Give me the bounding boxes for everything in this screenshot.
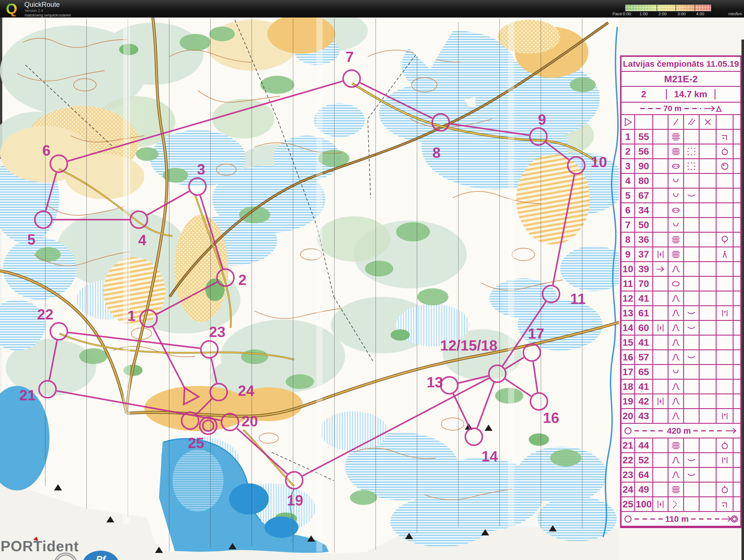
cell-h xyxy=(734,321,740,335)
cell-c xyxy=(653,145,668,158)
cell-d xyxy=(668,321,684,335)
control-number: 21 xyxy=(622,438,635,452)
cell-e xyxy=(684,218,700,232)
contours-icon xyxy=(671,147,681,157)
pace-tick xyxy=(657,5,657,11)
climb-value: 70 m xyxy=(663,104,681,113)
pace-tick xyxy=(713,5,714,11)
cell-e xyxy=(684,277,700,291)
pace-gradient-bar[interactable] xyxy=(625,4,711,11)
cell-f xyxy=(700,203,716,217)
cell-h xyxy=(734,453,740,467)
circle-tick-top-icon xyxy=(720,440,730,451)
cell-c xyxy=(653,262,668,276)
cell-g xyxy=(716,306,734,320)
u-open-top-icon xyxy=(671,176,681,186)
cell-g xyxy=(716,233,734,246)
cell-d xyxy=(668,174,684,188)
card-row xyxy=(622,115,740,130)
cell-d xyxy=(668,350,684,364)
between-lines-icon xyxy=(656,499,666,509)
dotted-curve-icon xyxy=(671,499,681,509)
card-row: 1241 xyxy=(622,291,740,306)
control-number: 4 xyxy=(622,174,635,188)
control-code: 41 xyxy=(635,379,653,394)
cell-f xyxy=(700,233,716,246)
cell-f xyxy=(700,321,716,335)
cell-h xyxy=(734,203,740,217)
circle-tick-bottom-icon xyxy=(720,235,730,245)
cell-f xyxy=(700,306,716,320)
cell-e xyxy=(684,233,700,246)
cell-e xyxy=(684,145,700,158)
card-row: 750 xyxy=(622,218,740,233)
cell-h xyxy=(734,438,740,452)
control-label: 19 xyxy=(287,492,303,509)
control-label: 21 xyxy=(19,387,36,403)
cell-g xyxy=(716,115,734,129)
cell-f xyxy=(700,145,716,158)
control-number: 12 xyxy=(622,291,635,305)
quickroute-logo-icon: Q xyxy=(4,1,19,16)
arrow-to-start-icon xyxy=(704,104,722,113)
cell-g xyxy=(716,247,734,261)
pace-legend: Pace min/km 0:001:002:003:004:00 xyxy=(612,0,729,17)
control-description-card[interactable]: Latvijas čempionāts 11.05.19 M21E-2 2 14… xyxy=(620,55,742,528)
pace-tick-label: 3:00 xyxy=(677,11,685,16)
circle-tick-top-icon xyxy=(720,147,730,157)
shallow-curve-icon xyxy=(686,308,697,318)
cell-d xyxy=(668,291,684,305)
cell-h xyxy=(734,394,740,408)
cell-d xyxy=(668,277,684,291)
oval-slashes-icon xyxy=(671,161,681,171)
cell-c xyxy=(653,379,668,394)
cell-h xyxy=(734,365,740,379)
cell-f xyxy=(700,291,716,305)
cell-g xyxy=(716,189,734,202)
card-row: 1039 xyxy=(622,262,740,277)
cell-c xyxy=(653,306,668,320)
cell-e xyxy=(684,115,700,129)
course-length: 14.7 km xyxy=(667,89,715,99)
cell-d xyxy=(668,453,684,467)
cell-c xyxy=(653,365,668,379)
cell-e xyxy=(684,203,700,217)
cell-g xyxy=(716,203,734,217)
contours-icon xyxy=(671,132,681,142)
cell-d xyxy=(668,233,684,246)
start-icon xyxy=(623,117,633,127)
cell-f xyxy=(700,159,716,173)
course-number: 2 xyxy=(622,89,667,99)
hill-icon xyxy=(671,382,681,392)
u-open-top-icon xyxy=(671,220,681,230)
shallow-curve-icon xyxy=(686,191,697,201)
cell-e xyxy=(684,379,700,394)
card-row: 2364 xyxy=(622,468,740,483)
u-open-top-icon xyxy=(671,367,681,377)
card-row: 480 xyxy=(622,174,740,189)
cell-h xyxy=(734,379,740,394)
cell-e xyxy=(684,468,700,482)
card-row: 1841 xyxy=(622,379,740,394)
cell-c xyxy=(653,291,668,305)
card-row: 2449 xyxy=(622,483,740,497)
app-url[interactable]: matstroeng.se/quickroute/en xyxy=(25,13,71,17)
cell-f xyxy=(700,438,716,452)
between-lines-icon xyxy=(656,249,666,259)
control-label: 17 xyxy=(528,325,544,342)
control-number: 5 xyxy=(622,189,635,202)
cell-h xyxy=(734,277,740,291)
control-code: 67 xyxy=(635,189,653,202)
control-label: 7 xyxy=(346,49,354,65)
cell-c xyxy=(653,189,668,202)
cell-e xyxy=(684,321,700,335)
cell-f xyxy=(700,379,716,394)
cell-e xyxy=(684,306,700,320)
cell-f xyxy=(700,130,716,144)
control-label: 4 xyxy=(138,232,147,248)
control-number: 11 xyxy=(622,277,635,291)
cell-c xyxy=(653,203,668,217)
control-number: 13 xyxy=(622,306,635,320)
u-open-top-icon xyxy=(671,191,681,201)
control-code: 80 xyxy=(635,174,653,188)
